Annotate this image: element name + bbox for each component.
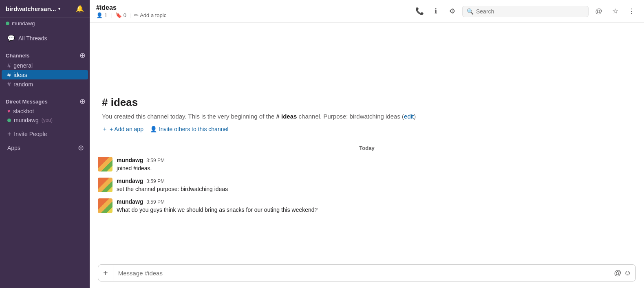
mundawg-dm-label: mundawg <box>14 117 39 123</box>
sidebar-item-ideas[interactable]: # ideas <box>2 70 88 79</box>
today-divider: Today <box>90 141 644 155</box>
members-icon: 👤 <box>96 12 103 18</box>
at-icon-button[interactable]: @ <box>593 5 605 18</box>
channel-general-label: general <box>13 62 33 69</box>
pencil-icon: ✏ <box>134 12 139 18</box>
bookmarks-count-item[interactable]: 🔖 0 <box>115 12 126 18</box>
message-header: mundawg 3:59 PM <box>117 178 228 184</box>
sidebar-item-random[interactable]: # random <box>2 79 88 89</box>
heart-icon: ♥ <box>7 108 10 114</box>
username-label: mundawg <box>12 20 35 26</box>
add-app-icon: ＋ <box>102 125 108 133</box>
table-row: mundawg 3:59 PM What do you guys think w… <box>98 197 636 216</box>
channel-random-label: random <box>13 81 33 88</box>
messages-area: mundawg 3:59 PM joined #ideas. mundawg 3… <box>90 155 644 222</box>
today-label: Today <box>359 145 374 151</box>
message-author[interactable]: mundawg <box>117 157 143 163</box>
hash-icon: # <box>7 62 11 69</box>
avatar-image <box>98 178 112 192</box>
sidebar: birdwatchersan... ▾ 🔔 mundawg 💬 All Thre… <box>0 0 90 288</box>
message-text: joined #ideas. <box>117 164 165 173</box>
message-author[interactable]: mundawg <box>117 178 143 184</box>
channel-title-text: #ideas <box>96 4 117 11</box>
workspace-name-area[interactable]: birdwatchersan... ▾ <box>6 5 60 12</box>
user-status-row: mundawg <box>0 18 90 31</box>
at-icon: @ <box>595 7 602 15</box>
add-topic-button[interactable]: ✏ Add a topic <box>134 12 166 18</box>
message-header: mundawg 3:59 PM <box>117 198 318 205</box>
apps-section[interactable]: Apps ⊕ <box>2 142 88 154</box>
message-time: 3:59 PM <box>146 158 165 163</box>
search-icon: 🔍 <box>467 8 474 15</box>
sidebar-item-all-threads[interactable]: 💬 All Threads <box>2 32 88 44</box>
message-content: mundawg 3:59 PM What do you guys think w… <box>117 198 318 214</box>
channels-section: Channels ⊕ # general # ideas # random <box>0 44 90 90</box>
star-icon-button[interactable]: ☆ <box>609 5 621 18</box>
apps-label: Apps <box>7 145 20 151</box>
message-content: mundawg 3:59 PM set the channel purpose:… <box>117 178 228 193</box>
dm-section-label: Direct Messages <box>6 99 48 105</box>
message-text: set the channel purpose: birdwatching id… <box>117 185 228 193</box>
online-status-dot <box>6 22 9 25</box>
add-dm-icon[interactable]: ⊕ <box>79 98 86 105</box>
at-mention-icon[interactable]: @ <box>614 269 621 277</box>
members-count: 1 <box>104 12 107 18</box>
dm-slackbot[interactable]: ♥ slackbot <box>2 107 88 116</box>
bell-icon[interactable]: 🔔 <box>76 5 84 13</box>
gear-icon: ⚙ <box>449 7 455 15</box>
invite-people-item[interactable]: + Invite People <box>2 128 88 140</box>
main-content: #ideas 👤 1 | 🔖 0 | ✏ Add a topic <box>90 0 644 288</box>
settings-icon-button[interactable]: ⚙ <box>446 5 458 18</box>
add-app-icon[interactable]: ⊕ <box>78 144 84 152</box>
add-topic-label: Add a topic <box>140 12 166 18</box>
more-icon-button[interactable]: ⋮ <box>625 5 637 18</box>
add-app-button[interactable]: ＋ + Add an app <box>102 125 143 133</box>
invite-people-label: Invite People <box>14 131 47 137</box>
channel-title: #ideas <box>96 4 166 11</box>
avatar <box>98 178 112 192</box>
add-channel-icon[interactable]: ⊕ <box>79 52 86 59</box>
invite-plus-icon: + <box>7 130 11 138</box>
workspace-header[interactable]: birdwatchersan... ▾ 🔔 <box>0 0 90 18</box>
search-input[interactable] <box>476 8 584 15</box>
info-icon: ℹ <box>434 7 437 15</box>
dm-header[interactable]: Direct Messages ⊕ <box>0 97 90 107</box>
channel-header: #ideas 👤 1 | 🔖 0 | ✏ Add a topic <box>90 0 644 23</box>
add-app-label: + Add an app <box>110 126 143 132</box>
dm-mundawg[interactable]: mundawg (you) <box>2 116 88 125</box>
channels-header[interactable]: Channels ⊕ <box>0 51 90 61</box>
sidebar-item-general[interactable]: # general <box>2 61 88 70</box>
info-icon-button[interactable]: ℹ <box>430 5 442 18</box>
avatar-image <box>98 157 112 171</box>
channel-welcome: # ideas You created this channel today. … <box>90 23 644 141</box>
star-icon: ☆ <box>612 7 618 15</box>
hash-icon: # <box>7 71 11 78</box>
header-left: #ideas 👤 1 | 🔖 0 | ✏ Add a topic <box>96 4 166 18</box>
call-icon-button[interactable]: 📞 <box>413 5 426 18</box>
message-input-actions: @ ☺ <box>610 269 635 277</box>
search-box[interactable]: 🔍 <box>462 6 589 17</box>
avatar-image <box>98 198 112 213</box>
emoji-icon[interactable]: ☺ <box>624 269 631 277</box>
welcome-desc-prefix: You created this channel today. This is … <box>102 113 274 120</box>
bookmarks-count: 0 <box>124 12 126 18</box>
message-input[interactable] <box>113 266 610 281</box>
members-count-item[interactable]: 👤 1 <box>96 12 107 18</box>
welcome-channel-bold: # ideas <box>276 113 299 120</box>
message-text: What do you guys think we should bring a… <box>117 206 318 214</box>
slackbot-label: slackbot <box>13 108 34 114</box>
online-dot-icon <box>7 119 11 122</box>
welcome-desc-suffix: ) <box>414 113 416 120</box>
threads-icon: 💬 <box>7 35 15 42</box>
message-input-area: + @ ☺ <box>90 260 644 288</box>
avatar <box>98 157 112 171</box>
chat-area: # ideas You created this channel today. … <box>90 23 644 260</box>
message-content: mundawg 3:59 PM joined #ideas. <box>117 157 165 173</box>
more-icon: ⋮ <box>628 7 635 15</box>
invite-others-button[interactable]: 👤 Invite others to this channel <box>150 125 228 133</box>
message-author[interactable]: mundawg <box>117 198 143 205</box>
message-header: mundawg 3:59 PM <box>117 157 165 163</box>
add-content-icon[interactable]: + <box>98 265 113 281</box>
channel-ideas-label: ideas <box>13 72 27 78</box>
edit-link[interactable]: edit <box>404 113 414 120</box>
